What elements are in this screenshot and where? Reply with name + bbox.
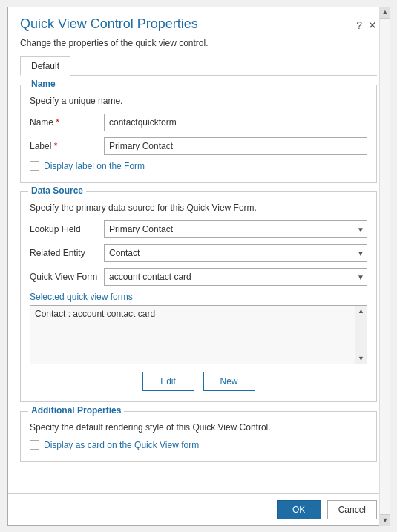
name-section-description: Specify a unique name.: [30, 96, 367, 106]
datasource-section-description: Specify the primary data source for this…: [30, 203, 367, 213]
label-input[interactable]: [104, 137, 367, 155]
dialog-container: Quick View Control Properties ? ✕ Change…: [7, 7, 390, 526]
name-section: Name Specify a unique name. Name * Label…: [20, 85, 377, 183]
name-required-star: *: [56, 117, 59, 128]
related-entity-select[interactable]: Contact: [104, 244, 367, 262]
dialog-subtitle: Change the properties of the quick view …: [8, 36, 389, 56]
selected-forms-label: Selected quick view forms: [30, 292, 367, 302]
label-label: Label *: [30, 141, 104, 151]
quick-view-form-row: Quick View Form account contact card ▼: [30, 268, 367, 286]
quick-view-form-select-wrapper: account contact card ▼: [104, 268, 367, 286]
lookup-field-label: Lookup Field: [30, 224, 104, 234]
scrollbar-top-arrow[interactable]: ▲: [380, 7, 390, 19]
datasource-section: Data Source Specify the primary data sou…: [20, 191, 377, 402]
label-required-star: *: [54, 141, 58, 151]
name-input[interactable]: [104, 114, 367, 131]
display-card-checkbox[interactable]: [30, 440, 39, 450]
tab-bar: Default: [20, 56, 377, 76]
new-button[interactable]: New: [203, 372, 255, 391]
datasource-section-legend: Data Source: [28, 185, 86, 196]
display-label-text[interactable]: Display label on the Form: [44, 161, 145, 171]
additional-section: Additional Properties Specify the defaul…: [20, 411, 377, 462]
additional-section-description: Specify the default rendering style of t…: [30, 422, 367, 433]
header-icons: ? ✕: [356, 19, 377, 31]
selected-forms-scrollbar: ▲ ▼: [355, 306, 367, 364]
dialog-body: Default Name Specify a unique name. Name…: [8, 56, 389, 493]
cancel-button[interactable]: Cancel: [327, 500, 377, 519]
related-entity-select-wrapper: Contact ▼: [104, 244, 367, 262]
ok-button[interactable]: OK: [277, 500, 321, 519]
name-section-legend: Name: [28, 79, 59, 89]
dialog-header: Quick View Control Properties ? ✕: [8, 7, 389, 36]
selected-forms-box: Contact : account contact card ▲ ▼: [30, 305, 367, 364]
dialog-scrollbar: ▲ ▼: [379, 7, 390, 526]
display-label-row: Display label on the Form: [30, 161, 367, 171]
related-entity-label: Related Entity: [30, 248, 104, 258]
dialog-title: Quick View Control Properties: [20, 16, 198, 32]
dialog: Quick View Control Properties ? ✕ Change…: [7, 7, 390, 526]
lookup-field-select[interactable]: Primary Contact: [104, 220, 367, 238]
selected-forms-item: Contact : account contact card: [35, 309, 352, 319]
name-row: Name *: [30, 114, 367, 131]
display-label-checkbox[interactable]: [30, 161, 39, 171]
scrollbar-down-arrow-icon[interactable]: ▼: [358, 355, 364, 362]
dialog-title-area: Quick View Control Properties: [20, 16, 198, 32]
close-icon[interactable]: ✕: [368, 19, 377, 31]
display-card-text[interactable]: Display as card on the Quick View form: [44, 440, 199, 450]
lookup-field-select-wrapper: Primary Contact ▼: [104, 220, 367, 238]
datasource-button-row: Edit New: [30, 372, 367, 391]
lookup-field-row: Lookup Field Primary Contact ▼: [30, 220, 367, 238]
edit-button[interactable]: Edit: [142, 372, 194, 391]
additional-section-legend: Additional Properties: [28, 405, 124, 416]
label-row: Label *: [30, 137, 367, 155]
help-icon[interactable]: ?: [356, 19, 362, 31]
scrollbar-up-arrow-icon[interactable]: ▲: [358, 307, 364, 315]
quick-view-form-label: Quick View Form: [30, 272, 104, 282]
dialog-footer: OK Cancel: [8, 493, 389, 525]
related-entity-row: Related Entity Contact ▼: [30, 244, 367, 262]
quick-view-form-select[interactable]: account contact card: [104, 268, 367, 286]
name-label: Name *: [30, 117, 104, 128]
scrollbar-bottom-arrow[interactable]: ▼: [380, 514, 390, 526]
display-card-row: Display as card on the Quick View form: [30, 440, 367, 450]
tab-default[interactable]: Default: [20, 56, 70, 76]
